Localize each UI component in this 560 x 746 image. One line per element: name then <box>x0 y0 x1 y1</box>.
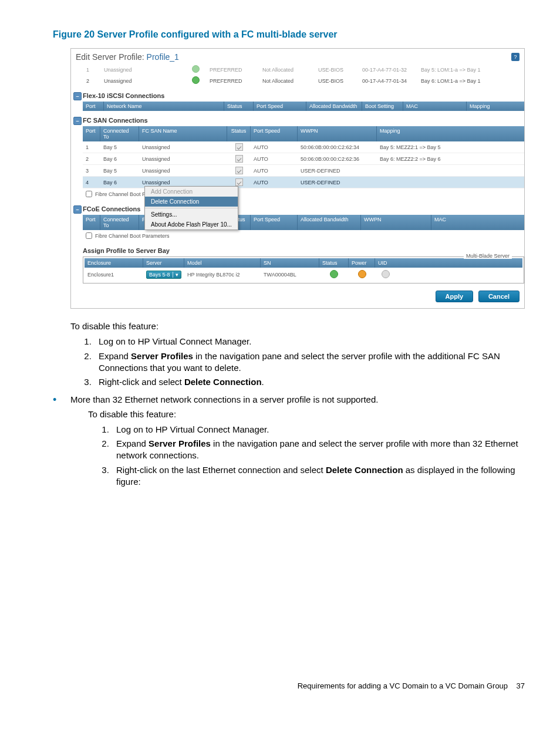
bay-select-label: Bays 5-8 <box>149 272 170 278</box>
col-mapping: Mapping <box>377 126 524 141</box>
assign-section-header: Assign Profile to Server Bay <box>71 241 524 256</box>
status-icon <box>235 143 243 151</box>
col-connto: Connected To <box>100 126 139 141</box>
assign-row: Enclosure1 Bays 5-8 ▾ HP Integrity BL870… <box>85 268 522 282</box>
fcsan-row[interactable]: 3 Bay 5 Unassigned AUTO USER-DEFINED <box>83 165 524 177</box>
fcoe-boot-params-row[interactable]: Fibre Channel Boot Parameters <box>83 230 524 241</box>
iscsi-grid-header: Port Network Name Status Port Speed Allo… <box>83 102 524 111</box>
assign-fieldset: Multi-Blade Server Enclosure Server Mode… <box>83 256 524 283</box>
col-enclosure: Enclosure <box>85 258 143 268</box>
menu-about-flash[interactable]: About Adobe Flash Player 10... <box>145 220 238 229</box>
col-wwpn: WWPN <box>298 126 377 141</box>
wwpn-cell: USER-DEFINED <box>298 166 377 175</box>
col-uid: UID <box>375 258 396 268</box>
model-cell: HP Integrity BL870c i2 <box>184 269 261 280</box>
cancel-button[interactable]: Cancel <box>478 291 519 302</box>
fcname-cell: Unassigned <box>139 166 227 175</box>
connto-cell: Bay 5 <box>100 143 139 152</box>
port-cell: 3 <box>83 166 100 175</box>
status-icon <box>235 155 243 163</box>
speed-cell: PREFERRED <box>210 78 262 84</box>
col-wwpn: WWPN <box>361 215 431 230</box>
collapse-icon[interactable]: – <box>73 117 82 125</box>
menu-add-connection: Add Connection <box>145 187 238 197</box>
fcsan-row[interactable]: 2 Bay 6 Unassigned AUTO 50:06:0B:00:00:C… <box>83 153 524 165</box>
apply-button[interactable]: Apply <box>436 291 474 302</box>
port-cell: 1 <box>83 143 100 152</box>
list-item: Log on to HP Virtual Connect Manager. <box>112 424 525 436</box>
ethernet-row[interactable]: 1 Unassigned PREFERRED Not Allocated USE… <box>71 64 524 75</box>
fcname-cell: Unassigned <box>139 154 227 164</box>
uid-icon[interactable] <box>382 270 390 278</box>
mapping-cell <box>377 169 524 173</box>
menu-settings[interactable]: Settings... <box>145 210 238 220</box>
list-item: Log on to HP Virtual Connect Manager. <box>94 336 525 347</box>
col-power: Power <box>349 258 375 268</box>
fcname-cell: Unassigned <box>139 143 227 152</box>
col-port: Port <box>83 126 100 141</box>
status-ok-icon <box>192 65 200 73</box>
list-item: Expand Server Profiles in the navigation… <box>112 438 525 462</box>
col-allocbw: Allocated Bandwidth <box>298 215 361 230</box>
col-mac: MAC <box>431 215 524 230</box>
status-ok-icon <box>330 270 338 278</box>
col-netname: Network Name <box>104 102 224 111</box>
col-status: Status <box>227 126 251 141</box>
paragraph: To disable this feature: <box>70 320 525 332</box>
status-icon <box>235 178 243 186</box>
port-cell: 2 <box>76 78 104 84</box>
col-portspeed: Port Speed <box>254 102 306 111</box>
portspeed-cell: AUTO <box>251 178 298 187</box>
wwpn-cell: 50:06:0B:00:00:C2:62:36 <box>298 154 377 164</box>
portspeed-cell: AUTO <box>251 154 298 164</box>
fcoe-boot-params-checkbox[interactable] <box>86 232 92 239</box>
wwpn-cell: 50:06:0B:00:00:C2:62:34 <box>298 143 377 152</box>
col-sn: SN <box>261 258 319 268</box>
panel-title: Edit Server Profile: Profile_1 <box>76 52 179 62</box>
chevron-down-icon: ▾ <box>173 272 178 278</box>
col-allocbw: Allocated Bandwidth <box>306 102 362 111</box>
menu-delete-connection[interactable]: Delete Connection <box>145 197 238 207</box>
power-amber-icon[interactable] <box>358 270 366 278</box>
port-cell: 4 <box>83 178 100 187</box>
port-cell: 1 <box>76 67 104 73</box>
figure-title: Figure 20 Server Profile configured with… <box>53 29 525 40</box>
fcsan-section-header: – FC SAN Connections <box>71 111 524 126</box>
portspeed-cell: AUTO <box>251 166 298 175</box>
context-menu: Add Connection Delete Connection Setting… <box>144 186 238 230</box>
iscsi-section-header: – Flex-10 iSCSI Connections <box>71 86 524 102</box>
col-portspeed: Port Speed <box>251 215 298 230</box>
assign-title: Assign Profile to Server Bay <box>83 247 170 254</box>
ethernet-row[interactable]: 2 Unassigned PREFERRED Not Allocated USE… <box>71 75 524 86</box>
mapping-cell: Bay 5: MEZZ2:1 => Bay 5 <box>377 143 524 152</box>
col-mac: MAC <box>403 102 467 111</box>
list-item: Right-click on the last Ethernet connect… <box>112 464 525 488</box>
col-fcname: FC SAN Name <box>139 126 227 141</box>
paragraph: To disable this feature: <box>88 409 525 420</box>
speed-cell: PREFERRED <box>210 67 262 73</box>
connto-cell: Bay 6 <box>100 178 139 187</box>
page-footer: Requirements for adding a VC Domain to a… <box>0 681 560 708</box>
mac-cell: 00-17-A4-77-01-32 <box>362 67 421 73</box>
list-item: Right-click and select Delete Connection… <box>94 376 525 388</box>
collapse-icon[interactable]: – <box>73 92 82 100</box>
boot-cell: USE-BIOS <box>318 67 362 73</box>
mapping-cell: Bay 6: MEZZ2:2 => Bay 6 <box>377 154 524 164</box>
footer-text: Requirements for adding a VC Domain to a… <box>298 681 508 690</box>
col-model: Model <box>184 258 261 268</box>
fcsan-title: FC SAN Connections <box>83 117 148 124</box>
mac-cell: 00-17-A4-77-01-34 <box>362 78 421 84</box>
status-icon <box>235 167 243 174</box>
col-mapping: Mapping <box>467 102 524 111</box>
fcsan-row[interactable]: 1 Bay 5 Unassigned AUTO 50:06:0B:00:00:C… <box>83 141 524 153</box>
mapping-cell <box>377 181 524 184</box>
connto-cell: Bay 5 <box>100 166 139 175</box>
col-connto: Connected To <box>100 215 139 230</box>
collapse-icon[interactable]: – <box>73 205 82 214</box>
name-cell: Unassigned <box>104 67 192 73</box>
help-icon[interactable]: ? <box>511 53 519 61</box>
alloc-cell: Not Allocated <box>262 67 318 73</box>
fc-boot-params-checkbox[interactable] <box>86 191 92 197</box>
bay-select[interactable]: Bays 5-8 ▾ <box>146 271 181 279</box>
portspeed-cell: AUTO <box>251 143 298 152</box>
